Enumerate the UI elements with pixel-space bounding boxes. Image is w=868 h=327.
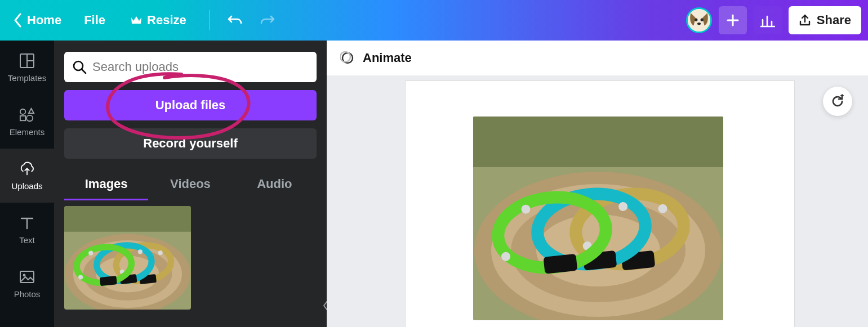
toolbar-divider [209,10,210,30]
canvas-image[interactable] [473,117,723,320]
editor-area: Animate [327,41,868,327]
nav-templates[interactable]: Templates [0,41,54,95]
animate-label: Animate [363,51,412,65]
share-icon [799,14,811,26]
upload-files-button[interactable]: Upload files [64,90,317,120]
bar-chart-icon [760,13,775,28]
upload-files-label: Upload files [155,98,226,113]
tab-videos[interactable]: Videos [148,172,232,200]
resize-label: Resize [147,13,186,28]
top-toolbar: Home File Resize [0,0,868,41]
elements-icon [19,107,35,123]
crown-icon [130,15,143,25]
svg-point-27 [23,274,26,276]
animate-icon [340,51,355,65]
regenerate-button[interactable] [823,87,852,116]
refresh-plus-icon [830,93,845,109]
add-button[interactable] [719,6,747,34]
search-icon [72,60,87,74]
animate-button[interactable]: Animate [340,51,412,65]
svg-line-29 [82,69,86,73]
uploads-tabs: Images Videos Audio [64,172,317,200]
redo-button[interactable] [255,8,279,33]
avatar-image [688,7,710,33]
nav-photos[interactable]: Photos [0,257,54,311]
tab-images[interactable]: Images [64,172,148,200]
search-uploads[interactable] [64,52,317,82]
home-button[interactable]: Home [7,8,68,32]
file-menu[interactable]: File [75,8,114,32]
insights-button[interactable] [754,6,782,34]
thumbnail-image [64,206,191,310]
nav-label: Photos [14,289,41,299]
canvas-area[interactable] [327,75,868,327]
uploads-panel: Upload files Record yourself Images Vide… [54,41,327,327]
tab-audio[interactable]: Audio [233,172,317,200]
undo-button[interactable] [223,8,248,33]
context-toolbar: Animate [327,41,868,75]
redo-icon [259,14,275,27]
plus-icon [726,14,740,27]
svg-rect-26 [20,271,34,283]
share-label: Share [817,13,851,28]
text-icon [19,215,35,231]
svg-point-24 [20,109,25,114]
nav-uploads[interactable]: Uploads [0,149,54,203]
resize-menu[interactable]: Resize [121,8,195,32]
avatar[interactable] [686,7,712,33]
svg-rect-25 [20,115,25,120]
nav-label: Uploads [11,181,42,191]
search-input[interactable] [92,60,309,74]
home-label: Home [27,13,61,28]
record-yourself-label: Record yourself [143,136,238,151]
templates-icon [19,53,35,69]
nav-text[interactable]: Text [0,203,54,257]
canvas-image-content [473,117,723,320]
chevron-left-icon [14,13,23,28]
nav-label: Templates [8,73,46,83]
nav-elements[interactable]: Elements [0,95,54,149]
photos-icon [19,269,35,285]
undo-icon [228,14,243,27]
share-button[interactable]: Share [789,6,861,34]
uploads-icon [19,161,35,177]
upload-thumbnail[interactable] [64,206,191,310]
nav-label: Elements [10,127,45,137]
nav-label: Text [19,235,35,245]
canvas-page[interactable] [406,81,794,327]
record-yourself-button[interactable]: Record yourself [64,128,317,159]
side-nav: Templates Elements Uploads Text Photos [0,41,54,327]
